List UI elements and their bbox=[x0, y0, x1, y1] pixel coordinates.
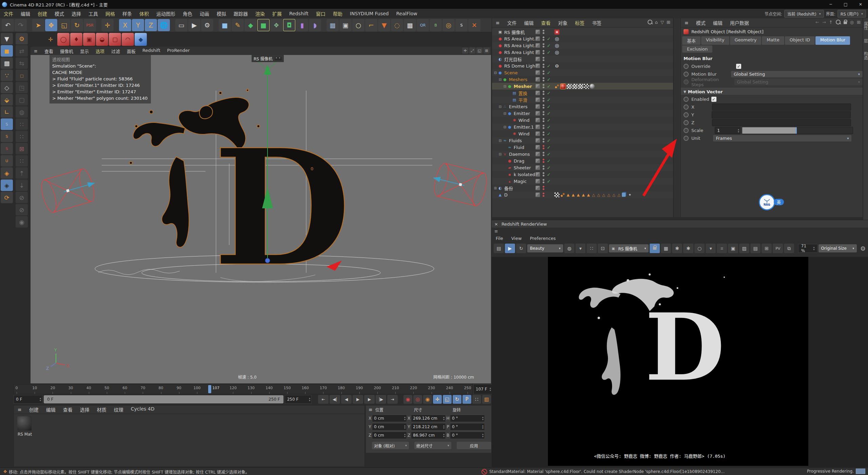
menu-item-5[interactable]: 面板 bbox=[123, 48, 139, 54]
size-field[interactable]: 218.212 cm▴▾ bbox=[411, 423, 446, 431]
layer-toggle[interactable] bbox=[535, 165, 540, 170]
menu-item-0[interactable]: 模式 bbox=[692, 19, 709, 26]
layer-toggle[interactable] bbox=[535, 70, 540, 75]
emitter-left-wireframe[interactable] bbox=[39, 167, 100, 214]
rv-aov-dropdown[interactable]: Beauty▾ bbox=[527, 244, 563, 252]
layer-toggle[interactable] bbox=[535, 91, 540, 95]
anim-knob-icon[interactable] bbox=[684, 72, 689, 77]
subdivision-icon[interactable]: ◆ bbox=[244, 19, 257, 31]
menu-item-0[interactable]: 创建 bbox=[25, 406, 42, 413]
layer-toggle[interactable] bbox=[535, 125, 540, 129]
visibility-dots[interactable] bbox=[542, 111, 545, 116]
lock-camera-icon[interactable] bbox=[650, 244, 660, 253]
menu-item-17[interactable]: 窗口 bbox=[312, 10, 329, 17]
record-active-icon[interactable]: ◎ bbox=[413, 395, 422, 404]
cube-ghost-icon[interactable]: ▢ bbox=[16, 94, 28, 106]
select-tool-icon[interactable]: ➤ bbox=[32, 19, 44, 31]
tab-Visibility[interactable]: Visibility bbox=[701, 36, 729, 45]
enabled-check-icon[interactable]: ✓ bbox=[547, 63, 551, 69]
rv-settings-gear-icon[interactable]: ⚙ bbox=[858, 244, 868, 253]
lighttag-tag-icon[interactable]: ◎ bbox=[554, 43, 559, 48]
menu-item-5[interactable]: 纹理 bbox=[110, 406, 127, 413]
size-field[interactable]: 269.126 cm▴▾ bbox=[411, 415, 446, 422]
layer-toggle[interactable] bbox=[535, 97, 540, 102]
wand-tag-icon[interactable]: ✦ bbox=[627, 192, 632, 197]
tree-row-Fluids[interactable]: ⊟≈Fluids✓ bbox=[492, 137, 673, 144]
volume-builder-icon[interactable]: ◘ bbox=[283, 19, 295, 31]
apply-button[interactable]: 应用 bbox=[457, 442, 491, 449]
phong-tag-icon[interactable] bbox=[560, 192, 565, 197]
visibility-dots[interactable] bbox=[542, 91, 545, 95]
rotate-tool-icon[interactable]: ↻ bbox=[71, 19, 83, 31]
visibility-dots[interactable] bbox=[542, 118, 545, 122]
tree-row-Scene[interactable]: ⊟●Scene✓ bbox=[492, 69, 673, 76]
object-name[interactable]: Drag bbox=[514, 158, 525, 164]
perspective-viewport[interactable]: D 0 bbox=[31, 55, 491, 383]
bucket-grid-icon[interactable]: ▦ bbox=[661, 244, 671, 253]
visibility-dots[interactable] bbox=[542, 57, 545, 61]
visibility-dots[interactable] bbox=[542, 152, 545, 156]
key-pla-icon[interactable]: ∷ bbox=[472, 395, 481, 404]
visibility-dots[interactable] bbox=[542, 125, 545, 129]
tri-tag-icon[interactable]: ▲ bbox=[576, 192, 580, 197]
tree-row-置换[interactable]: ▤置换✓ bbox=[492, 90, 673, 96]
light-icon[interactable]: ○ bbox=[352, 19, 364, 31]
enabled-check-icon[interactable]: ✓ bbox=[547, 152, 551, 157]
rs-sphere-icon[interactable]: ◯ bbox=[57, 33, 70, 46]
enabled-check-icon[interactable]: ✓ bbox=[547, 125, 551, 130]
tree-row-Meshers[interactable]: ⊟●Meshers✓ bbox=[492, 76, 673, 83]
checker-bg-icon[interactable]: ∷ bbox=[587, 244, 597, 253]
letter-d-object[interactable]: D bbox=[213, 114, 351, 302]
enabled-check-icon[interactable]: ✓ bbox=[547, 165, 551, 170]
layer-toggle[interactable] bbox=[535, 77, 540, 82]
lock-x-icon[interactable]: X bbox=[119, 19, 131, 31]
menu-item-16[interactable]: Redshift bbox=[285, 11, 312, 16]
pane-maximize-icon[interactable]: ⤢ bbox=[469, 48, 475, 54]
checker-tag-icon[interactable] bbox=[578, 84, 583, 89]
insydium-icon[interactable]: ◆ bbox=[135, 33, 147, 46]
pane-move-icon[interactable]: ✛ bbox=[462, 48, 468, 54]
enabled-check-icon[interactable]: ✓ bbox=[547, 158, 551, 164]
quantize-icon[interactable]: ▫ bbox=[16, 70, 28, 81]
coords-size-mode-dropdown[interactable]: 绝对尺寸▾ bbox=[414, 442, 451, 449]
sphere-ghost-icon[interactable]: ◍ bbox=[16, 106, 28, 118]
floor-icon[interactable]: ▦ bbox=[327, 19, 339, 31]
camera-label[interactable]: RS 摄像机 ° ° bbox=[252, 55, 284, 62]
rs-dome-icon[interactable]: ◒ bbox=[96, 33, 108, 46]
size-field[interactable]: 86.967 cm▴▾ bbox=[411, 432, 446, 439]
crop-icon[interactable]: ⊡ bbox=[598, 244, 608, 253]
override-checkbox[interactable]: ✓ bbox=[736, 64, 741, 69]
layer-toggle[interactable] bbox=[535, 63, 540, 68]
visibility-dots[interactable] bbox=[542, 63, 545, 68]
emitter-right-wireframe[interactable] bbox=[429, 161, 489, 207]
lighttag-tag-icon[interactable]: ◎ bbox=[554, 36, 559, 41]
menu-item-15[interactable]: 扩展 bbox=[269, 10, 285, 17]
object-name[interactable]: 备份 bbox=[504, 185, 513, 191]
menu-item-7[interactable]: 样条 bbox=[119, 10, 136, 17]
tri-tag-icon[interactable]: ▲ bbox=[581, 192, 586, 197]
unit-dropdown[interactable]: Frames▾ bbox=[713, 135, 851, 141]
copy-image-icon[interactable]: ⧉ bbox=[784, 244, 794, 253]
object-name[interactable]: Wind bbox=[518, 131, 530, 136]
xparticles-icon[interactable]: ✕ bbox=[468, 19, 480, 31]
polygons-mode-icon[interactable]: ⬙ bbox=[1, 94, 13, 106]
rv-menu-view[interactable]: View bbox=[507, 236, 526, 241]
expand-icon[interactable]: ⊟ bbox=[503, 84, 507, 88]
menu-item-0[interactable]: 文件 bbox=[0, 10, 17, 17]
tab-Exclusion[interactable]: Exclusion bbox=[682, 45, 712, 53]
translate-button[interactable]: 英 bbox=[774, 199, 784, 205]
object-name[interactable]: Fluids bbox=[509, 138, 522, 143]
menu-item-1[interactable]: 编辑 bbox=[520, 19, 537, 26]
tree-row-Magic[interactable]: ▴Magic✓ bbox=[492, 178, 673, 185]
move-tool-icon[interactable]: ✥ bbox=[45, 19, 57, 31]
enabled-check-icon[interactable]: ✓ bbox=[547, 111, 551, 116]
rv-size-dropdown[interactable]: Original Size▾ bbox=[818, 244, 857, 252]
coord-system-icon[interactable]: 🌐 bbox=[158, 19, 170, 31]
node-space-dropdown[interactable]: 当前 (Redshift)▾ bbox=[784, 10, 824, 18]
channel-caret-icon[interactable]: ▾ bbox=[575, 244, 586, 253]
layer-toggle[interactable] bbox=[535, 84, 540, 89]
key-position-icon[interactable]: ✛ bbox=[433, 395, 442, 404]
expand-icon[interactable]: ⊟ bbox=[498, 139, 502, 142]
rotation-field[interactable]: 0 °▴▾ bbox=[450, 432, 485, 439]
anim-knob-icon[interactable] bbox=[684, 97, 689, 102]
